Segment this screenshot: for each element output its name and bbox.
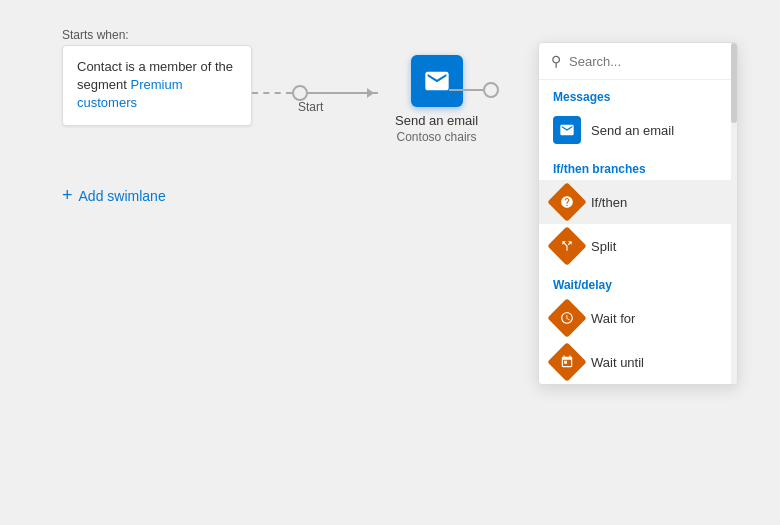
dashed-line [252, 92, 292, 94]
menu-item-wait-until[interactable]: Wait until [539, 340, 737, 384]
send-email-label: Send an email [591, 123, 674, 138]
question-icon [560, 195, 574, 209]
split-icon [547, 226, 587, 266]
wait-for-icon [547, 298, 587, 338]
solid-line [308, 92, 348, 94]
email-node-sublabel: Contoso chairs [397, 130, 477, 144]
clock-icon [560, 311, 574, 325]
ifthen-label: If/then [591, 195, 627, 210]
section-label-wait: Wait/delay [539, 268, 737, 296]
after-line [449, 89, 483, 91]
split-label: Split [591, 239, 616, 254]
after-email-connector [449, 82, 499, 98]
email-small-icon [559, 122, 575, 138]
section-label-messages: Messages [539, 80, 737, 108]
end-circle-node [483, 82, 499, 98]
split-icon-inner [553, 232, 581, 260]
add-swimlane-label: Add swimlane [79, 188, 166, 204]
email-action-node[interactable]: Send an email Contoso chairs [395, 55, 478, 144]
wait-for-label: Wait for [591, 311, 635, 326]
search-box: ⚲ [539, 43, 737, 80]
start-label: Start [298, 100, 323, 114]
plus-icon: + [62, 185, 73, 206]
dropdown-panel: ⚲ Messages Send an email If/then branche… [538, 42, 738, 385]
trigger-card: Contact is a member of the segment Premi… [62, 45, 252, 126]
menu-item-wait-for[interactable]: Wait for [539, 296, 737, 340]
add-swimlane-button[interactable]: + Add swimlane [62, 185, 166, 206]
canvas: Starts when: Contact is a member of the … [0, 0, 780, 525]
calendar-icon [560, 355, 574, 369]
section-label-ifthen: If/then branches [539, 152, 737, 180]
ifthen-icon [547, 182, 587, 222]
scroll-track[interactable] [731, 43, 737, 384]
circle-node [292, 85, 308, 101]
split-arrows-icon [560, 239, 574, 253]
menu-item-split[interactable]: Split [539, 224, 737, 268]
search-icon: ⚲ [551, 53, 561, 69]
email-icon [423, 67, 451, 95]
ifthen-icon-inner [553, 188, 581, 216]
wait-until-label: Wait until [591, 355, 644, 370]
menu-item-send-email[interactable]: Send an email [539, 108, 737, 152]
wait-until-icon-inner [553, 348, 581, 376]
email-node-label: Send an email [395, 113, 478, 128]
menu-item-ifthen[interactable]: If/then [539, 180, 737, 224]
scroll-thumb[interactable] [731, 43, 737, 123]
email-icon-button[interactable] [411, 55, 463, 107]
starts-when-label: Starts when: [62, 28, 129, 42]
wait-for-icon-inner [553, 304, 581, 332]
arrow-line [348, 92, 378, 94]
send-email-icon [553, 116, 581, 144]
wait-until-icon [547, 342, 587, 382]
flow-connector [252, 85, 378, 101]
search-input[interactable] [569, 54, 725, 69]
